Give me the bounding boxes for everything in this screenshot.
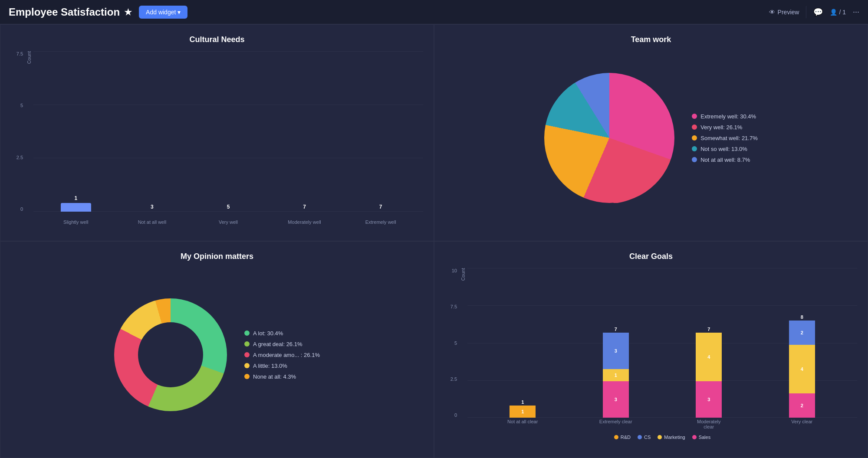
legend-dot-notso [692,146,697,151]
divider [806,6,806,18]
sg-total-1: 1 [521,399,524,405]
legend-item-very: Very well: 26.1% [692,124,758,131]
sg-total-4: 8 [801,314,803,320]
legend-label-little: A little: 13.0% [253,363,287,369]
legend-label-moderate: A moderate amo... : 26.1% [253,352,320,358]
sg-y-5: 5 [445,340,457,346]
bar-value-extremely: 7 [379,204,382,210]
sg-y-25: 2.5 [445,376,457,382]
more-icon[interactable]: ··· [853,7,859,16]
legend-item-greatdeal: A great deal: 26.1% [244,341,320,347]
user-badge: 👤 / 1 [830,9,846,16]
opinion-title: My Opinion matters [11,252,423,261]
legend-dot-greatdeal [244,341,250,347]
clear-goals-title: Clear Goals [445,252,857,261]
preview-button[interactable]: 👁 Preview [769,9,799,16]
eye-icon: 👁 [769,9,775,16]
sg-total-3: 7 [707,327,710,332]
message-icon[interactable]: 💬 [813,7,823,17]
title-text: Employee Satisfaction [9,6,120,18]
cultural-needs-title: Cultural Needs [11,35,423,44]
team-work-panel: Team work Extremely well: 30.4% [434,24,868,241]
user-icon: 👤 [830,9,837,16]
legend-label-alot: A lot: 30.4% [253,330,283,337]
dashboard: Cultural Needs 7.5 5 2.5 0 Count [0,24,868,458]
y-label-0: 0 [11,206,23,212]
legend-item-extremely: Extremely well: 30.4% [692,113,758,120]
header-right: 👁 Preview 💬 👤 / 1 ··· [769,6,859,18]
sg-seg-sales-3: 3 [696,381,722,418]
sg-seg-rd-1: 1 [510,406,536,418]
y-label-25: 2.5 [11,155,23,160]
x-label-very: Very well [211,219,246,225]
sg-dot-rd [614,435,618,439]
sg-legend-mkt: Marketing [658,435,685,440]
svg-point-1 [138,322,203,387]
sg-dot-cs [638,435,642,439]
y-label-75: 7.5 [11,51,23,56]
sg-x-4: Very clear [785,419,819,429]
sg-dot-sales [692,435,697,439]
opinion-pie-area: A lot: 30.4% A great deal: 26.1% A moder… [11,268,423,442]
donut-container [114,298,227,411]
user-count: / 1 [839,9,846,16]
sg-seg-sales-2: 3 [603,381,629,418]
legend-item-little: A little: 13.0% [244,363,320,369]
sg-x-3: Moderately clear [691,419,726,429]
bar-value-slightly: 1 [74,195,77,201]
opinion-legend: A lot: 30.4% A great deal: 26.1% A moder… [244,330,320,380]
sg-legend-sales: Sales [692,435,711,440]
add-widget-button[interactable]: Add widget ▾ [139,6,187,19]
legend-label-very: Very well: 26.1% [700,124,742,131]
opinion-donut [114,298,227,411]
bar-value-moderately: 7 [303,204,306,210]
bar-slightly [61,203,91,212]
sg-bar-1: 1 [510,406,536,418]
legend-dot-none [244,374,250,379]
y-axis-label: Count [26,51,32,64]
legend-item-moderate: A moderate amo... : 26.1% [244,352,320,358]
sg-seg-sales-4: 2 [789,393,815,418]
sg-y-75: 7.5 [445,304,457,309]
sg-legend-cs: CS [638,435,651,440]
legend-item-alot: A lot: 30.4% [244,330,320,337]
sg-seg-mkt-2: 1 [603,369,629,381]
sg-seg-mkt-4: 4 [789,345,815,393]
preview-label: Preview [778,9,799,16]
sg-bar-2: 3 1 3 [603,333,629,418]
team-work-legend: Extremely well: 30.4% Very well: 26.1% S… [692,113,758,163]
sg-dot-mkt [658,435,662,439]
legend-label-somewhat: Somewhat well: 21.7% [700,135,758,141]
sg-label-sales: Sales [699,435,711,440]
sg-label-rd: R&D [621,435,631,440]
legend-label-notso: Not so well: 13.0% [700,146,747,152]
x-label-moderately: Moderately well [287,219,322,225]
legend-dot-somewhat [692,135,697,141]
legend-item-notso: Not so well: 13.0% [692,146,758,152]
sg-y-0: 0 [445,412,457,418]
sg-y-10: 10 [445,268,457,273]
legend-item-none: None at all: 4.3% [244,373,320,380]
legend-label-notatall: Not at all well: 8.7% [700,157,750,163]
x-label-notatall: Not at all well [135,219,169,225]
sg-total-2: 7 [615,327,617,332]
legend-label-none: None at all: 4.3% [253,373,296,380]
sg-seg-cs-2: 3 [603,333,629,369]
opinion-panel: My Opinion matters A lot: 30.4% A great … [0,241,434,458]
star-icon[interactable]: ★ [124,7,132,17]
legend-dot-notatall [692,157,697,162]
cultural-needs-panel: Cultural Needs 7.5 5 2.5 0 Count [0,24,434,241]
sg-label-cs: CS [644,435,651,440]
header: Employee Satisfaction ★ Add widget ▾ 👁 P… [0,0,868,24]
team-work-title: Team work [445,35,857,44]
clear-goals-panel: Clear Goals 10 7.5 5 2.5 0 Count [434,241,868,458]
legend-dot-alot [244,330,250,336]
team-work-pie [544,73,674,203]
page-title: Employee Satisfaction ★ [9,6,132,18]
sg-seg-cs-4: 2 [789,321,815,345]
sg-seg-mkt-3: 4 [696,333,722,381]
legend-dot-moderate [244,352,250,357]
legend-item-notatall: Not at all well: 8.7% [692,157,758,163]
sg-bar-3: 4 3 [696,333,722,418]
legend-dot-very [692,124,697,130]
